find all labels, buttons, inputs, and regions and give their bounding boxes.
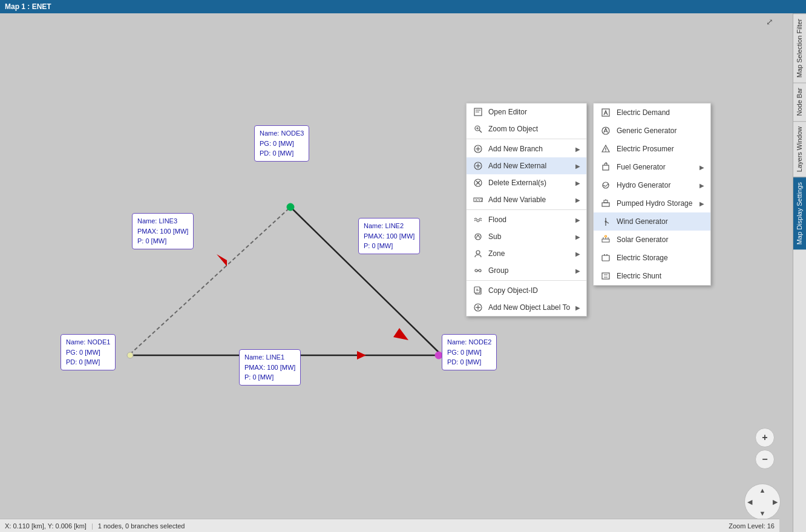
svg-line-13 [479,130,482,133]
add-new-external-arrow: ▶ [575,163,580,169]
right-sidebar: Map Selection Filter Node Bar Layers Win… [793,13,806,532]
open-editor-icon [473,107,483,117]
electric-prosumer-icon [600,143,612,155]
delete-externals-label: Delete External(s) [488,179,571,187]
generic-generator-label: Generic Generator [617,126,704,135]
add-object-label-label: Add New Object Label To [488,303,571,312]
add-new-external-label: Add New External [488,162,571,170]
menu-item-copy-object-id[interactable]: Copy Object-ID [467,282,586,299]
flood-icon [473,214,483,225]
electric-demand-label: Electric Demand [617,108,704,117]
add-object-label-icon [473,302,483,313]
sidebar-tab-map-display-settings[interactable]: Map Display Settings [793,177,806,249]
status-bar: X: 0.110 [km], Y: 0.006 [km] | 1 nodes, … [0,519,779,532]
menu-item-add-new-branch[interactable]: Add New Branch ▶ [467,140,586,157]
svg-rect-55 [602,239,609,242]
zoom-out-button[interactable]: − [755,450,775,469]
electric-prosumer-label: Electric Prosumer [617,145,704,153]
title-bar: Map 1 : ENET [0,0,806,13]
zoom-in-button[interactable]: + [755,428,775,447]
sub-label: Sub [488,232,571,241]
node-box-node1[interactable]: Name: NODE1 PG: 0 [MW] PD: 0 [MW] [61,334,116,370]
add-new-branch-label: Add New Branch [488,145,571,153]
solar-generator-icon [600,234,612,246]
electric-storage-label: Electric Storage [617,254,704,262]
sub-menu-solar-generator[interactable]: Solar Generator [594,231,710,249]
sub-menu-wind-generator[interactable]: Wind Generator [594,212,710,231]
nav-left-button[interactable]: ◀ [747,498,752,506]
sub-menu-electric-storage[interactable]: Electric Storage [594,249,710,267]
nav-down-button[interactable]: ▼ [759,510,766,517]
flood-arrow: ▶ [575,217,580,223]
delete-externals-arrow: ▶ [575,180,580,186]
sub-icon [473,231,483,242]
sub-menu-fuel-generator[interactable]: Fuel Generator ▶ [594,158,710,176]
add-new-branch-arrow: ▶ [575,146,580,153]
svg-rect-33 [474,287,480,293]
line-box-line2[interactable]: Name: LINE2 PMAX: 100 [MW] P: 0 [MW] [358,218,420,254]
svg-marker-1 [357,351,366,360]
sidebar-tab-layers-window[interactable]: Layers Window [793,121,806,177]
solar-generator-label: Solar Generator [617,235,704,244]
menu-item-group[interactable]: Group ▶ [467,262,586,279]
menu-item-sub[interactable]: Sub ▶ [467,228,586,245]
svg-marker-3 [393,328,408,340]
svg-point-6 [287,203,294,211]
expand-icon[interactable]: ⤢ [764,16,776,28]
sub-menu-pumped-hydro-storage[interactable]: Pumped Hydro Storage ▶ [594,194,710,212]
line-box-line3[interactable]: Name: LINE3 PMAX: 100 [MW] P: 0 [MW] [132,213,194,249]
menu-item-zoom-to-object[interactable]: Zoom to Object [467,120,586,137]
svg-rect-63 [602,273,609,279]
sub-arrow: ▶ [575,234,580,240]
group-label: Group [488,266,571,275]
svg-rect-60 [602,255,609,261]
svg-point-8 [127,352,133,358]
status-coordinates: X: 0.110 [km], Y: 0.006 [km] [5,522,87,530]
menu-item-zone[interactable]: Zone ▶ [467,245,586,262]
group-arrow: ▶ [575,268,580,274]
sidebar-tab-map-selection-filter[interactable]: Map Selection Filter [793,13,806,82]
menu-item-add-new-external[interactable]: Add New External ▶ [467,157,586,174]
menu-item-add-new-variable[interactable]: XYZ Add New Variable ▶ [467,191,586,208]
sub-menu-electric-prosumer[interactable]: Electric Prosumer [594,140,710,158]
sidebar-tab-node-bar[interactable]: Node Bar [793,82,806,120]
wind-generator-icon [600,215,612,228]
copy-object-id-icon [473,285,483,296]
zone-icon [473,248,483,259]
hydro-generator-label: Hydro Generator [617,181,697,189]
menu-item-flood[interactable]: Flood ▶ [467,211,586,228]
map-area[interactable]: Name: NODE1 PG: 0 [MW] PD: 0 [MW] Name: … [0,13,793,532]
pumped-hydro-storage-arrow: ▶ [700,200,704,207]
fuel-generator-icon [600,161,612,173]
menu-item-delete-externals[interactable]: Delete External(s) ▶ [467,174,586,191]
svg-rect-46 [603,165,609,170]
group-icon [473,265,483,276]
add-new-variable-icon: XYZ [473,194,483,205]
electric-shunt-icon [600,270,612,282]
node-box-node3[interactable]: Name: NODE3 PG: 0 [MW] PD: 0 [MW] [254,125,309,162]
svg-point-28 [476,251,480,254]
app-title: Map 1 : ENET [5,2,51,11]
zone-arrow: ▶ [575,251,580,257]
status-selection: 1 nodes, 0 branches selected [98,522,185,530]
sub-menu-hydro-generator[interactable]: Hydro Generator ▶ [594,176,710,194]
nav-circle: ▲ ▼ ◀ ▶ [744,484,781,520]
nav-right-button[interactable]: ▶ [773,498,778,506]
add-new-external-icon [473,160,483,171]
main-layout: Name: NODE1 PG: 0 [MW] PD: 0 [MW] Name: … [0,13,806,532]
separator-2 [467,209,586,210]
add-object-label-arrow: ▶ [575,304,580,311]
menu-item-open-editor[interactable]: Open Editor [467,103,586,120]
sub-menu-electric-demand[interactable]: Electric Demand [594,103,710,122]
menu-item-add-object-label[interactable]: Add New Object Label To ▶ [467,299,586,316]
nav-up-button[interactable]: ▲ [759,487,766,494]
zone-label: Zone [488,249,571,258]
add-new-variable-arrow: ▶ [575,197,580,203]
fuel-generator-arrow: ▶ [700,164,704,171]
sub-menu-electric-shunt[interactable]: Electric Shunt [594,267,710,285]
node-box-node2[interactable]: Name: NODE2 PG: 0 [MW] PD: 0 [MW] [442,334,497,370]
sub-menu-generic-generator[interactable]: Generic Generator [594,122,710,140]
electric-storage-icon [600,252,612,264]
line-box-line1[interactable]: Name: LINE1 PMAX: 100 [MW] P: 0 [MW] [239,349,301,386]
flood-label: Flood [488,215,571,224]
